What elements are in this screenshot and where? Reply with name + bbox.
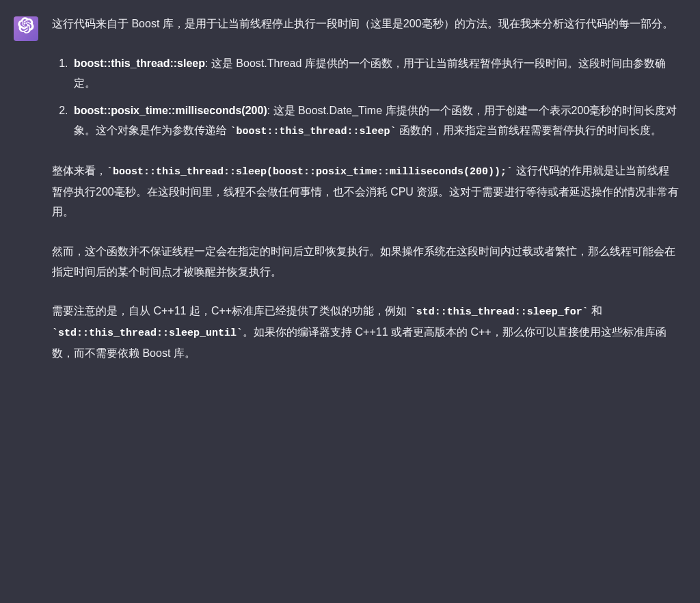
message-content: 这行代码来自于 Boost 库，是用于让当前线程停止执行一段时间（这里是200毫… <box>52 14 679 363</box>
openai-logo-icon <box>18 17 34 40</box>
inline-code: `std::this_thread::sleep_until` <box>52 327 243 339</box>
caveat-paragraph: 然而，这个函数并不保证线程一定会在指定的时间后立即恢复执行。如果操作系统在这段时… <box>52 241 679 282</box>
assistant-message: 这行代码来自于 Boost 库，是用于让当前线程停止执行一段时间（这里是200毫… <box>14 14 679 363</box>
list-item: boost::posix_time::milliseconds(200): 这是… <box>71 100 679 142</box>
para-text: 和 <box>589 305 602 317</box>
intro-paragraph: 这行代码来自于 Boost 库，是用于让当前线程停止执行一段时间（这里是200毫… <box>52 14 679 34</box>
inline-code: `std::this_thread::sleep_for` <box>410 306 589 318</box>
list-item-desc-after: 函数的，用来指定当前线程需要暂停执行的时间长度。 <box>396 124 662 136</box>
assistant-avatar <box>14 16 38 41</box>
list-item-term: boost::this_thread::sleep <box>74 57 205 69</box>
inline-code: `boost::this_thread::sleep` <box>230 126 396 137</box>
summary-paragraph: 整体来看，`boost::this_thread::sleep(boost::p… <box>52 161 679 222</box>
list-item: boost::this_thread::sleep: 这是 Boost.Thre… <box>71 53 679 94</box>
list-item-term: boost::posix_time::milliseconds(200) <box>74 105 267 116</box>
note-paragraph: 需要注意的是，自从 C++11 起，C++标准库已经提供了类似的功能，例如 `s… <box>52 301 679 363</box>
inline-code: `boost::this_thread::sleep(boost::posix_… <box>107 166 513 178</box>
para-text: 需要注意的是，自从 C++11 起，C++标准库已经提供了类似的功能，例如 <box>52 305 410 317</box>
para-text: 整体来看， <box>52 165 107 176</box>
analysis-list: boost::this_thread::sleep: 这是 Boost.Thre… <box>52 53 679 142</box>
